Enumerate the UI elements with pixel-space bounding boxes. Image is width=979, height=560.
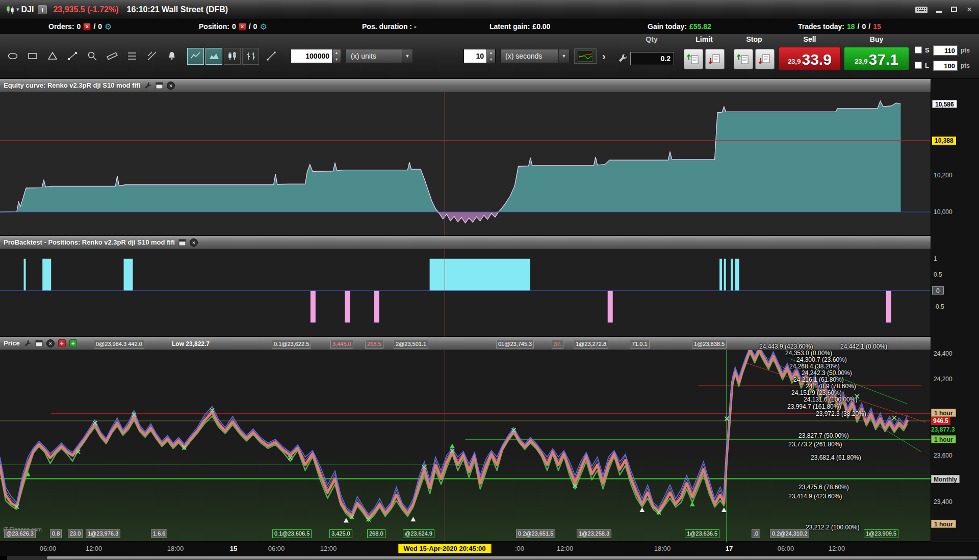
chart-preview-button[interactable] bbox=[574, 48, 597, 64]
axis-label: 946.5 bbox=[931, 417, 950, 425]
minimize-button[interactable] bbox=[934, 6, 943, 13]
orders-sep: / bbox=[93, 22, 95, 31]
positions-window-icon[interactable] bbox=[178, 239, 186, 246]
order-quantity-input[interactable] bbox=[630, 52, 674, 65]
cursor-date-label: Wed 15-Apr-2020 20:45:00 bbox=[398, 544, 492, 553]
rectangle-tool-icon[interactable] bbox=[25, 48, 40, 64]
price-settings-wrench-icon[interactable] bbox=[23, 339, 32, 348]
price-chart-area[interactable] bbox=[0, 350, 931, 541]
maximize-button[interactable] bbox=[949, 7, 959, 12]
interval-input[interactable] bbox=[464, 49, 486, 63]
trendline-tool-icon[interactable] bbox=[65, 48, 80, 64]
trades-today-group: Trades today: 18 / 0 / 15 bbox=[798, 19, 881, 34]
position-settings-icon[interactable]: ⚙ bbox=[260, 22, 267, 32]
cancel-orders-icon[interactable]: × bbox=[83, 23, 91, 31]
price-panel-header: Price × + + bbox=[0, 337, 931, 350]
line-chart-style-button[interactable] bbox=[187, 48, 204, 65]
spin-up-icon[interactable]: ▲ bbox=[487, 49, 495, 56]
timeframe-dropdown[interactable]: (x) seconds ▼ bbox=[500, 49, 570, 63]
axis-label: 10,200 bbox=[934, 171, 952, 179]
fibonacci-tool-icon[interactable] bbox=[124, 48, 140, 64]
scrollbar-thumb[interactable] bbox=[47, 556, 977, 559]
positions-chart-area[interactable] bbox=[0, 249, 931, 336]
equity-settings-wrench-icon[interactable] bbox=[144, 82, 152, 90]
triangle-tool-icon[interactable] bbox=[45, 48, 60, 64]
alert-bell-icon[interactable] bbox=[164, 48, 179, 64]
stop-checkbox[interactable] bbox=[915, 46, 922, 54]
price-close-icon[interactable]: × bbox=[46, 339, 55, 348]
equity-chart-area[interactable] bbox=[0, 92, 931, 235]
axis-label: 10,586 bbox=[932, 100, 957, 108]
zoom-tool-icon[interactable] bbox=[85, 48, 100, 64]
time-tick: 12:00 bbox=[829, 545, 845, 552]
instrument-chart-icon bbox=[5, 5, 15, 15]
ruler-tool-icon[interactable] bbox=[105, 48, 120, 64]
latent-gain-value: £0.00 bbox=[532, 22, 550, 31]
pos-duration-group: Pos. duration : - bbox=[362, 19, 417, 34]
stop-points-unit: pts bbox=[961, 47, 970, 54]
quantity-spinner[interactable]: ▲▼ bbox=[332, 49, 341, 63]
price-window-icon[interactable] bbox=[35, 340, 43, 347]
limit-points-input[interactable] bbox=[933, 61, 958, 71]
orders-settings-icon[interactable]: ⚙ bbox=[105, 22, 112, 32]
add-buy-order-icon[interactable]: + bbox=[69, 339, 77, 347]
horizontal-scrollbar[interactable] bbox=[0, 556, 979, 560]
segment-tool-icon[interactable] bbox=[264, 48, 279, 64]
sell-header: Sell bbox=[779, 35, 841, 44]
price-axis-gutter[interactable]: 10,58610,38810,20010,00010.50-0.524,4002… bbox=[931, 79, 979, 542]
candlestick-style-button[interactable] bbox=[224, 48, 241, 65]
time-tick: 18:00 bbox=[654, 545, 671, 552]
positions-close-icon[interactable]: × bbox=[190, 238, 198, 247]
units-dropdown-arrow-icon[interactable]: ▼ bbox=[402, 49, 413, 63]
trades-sep2: / bbox=[868, 22, 870, 31]
timeframe-dropdown-arrow-icon[interactable]: ▼ bbox=[558, 49, 569, 63]
stop-header: Stop bbox=[734, 35, 775, 44]
stop-buy-button[interactable] bbox=[734, 49, 753, 69]
orders-count2: 0 bbox=[98, 22, 102, 31]
keyboard-icon[interactable] bbox=[915, 5, 928, 14]
instrument-dropdown-icon[interactable]: ▾ bbox=[16, 6, 19, 13]
crossline-tool-icon[interactable] bbox=[144, 48, 160, 64]
time-axis[interactable]: 06:0012:0018:001506:0012:00:0012:0018:00… bbox=[0, 542, 979, 556]
limit-checkbox[interactable] bbox=[915, 62, 922, 69]
stop-letter: S bbox=[925, 46, 930, 54]
spin-down-icon[interactable]: ▼ bbox=[487, 56, 495, 63]
quantity-input[interactable] bbox=[291, 49, 332, 63]
axis-label: 10,388 bbox=[932, 137, 956, 145]
stop-points-input[interactable] bbox=[933, 45, 958, 56]
time-tick: 15 bbox=[230, 545, 237, 552]
close-button[interactable]: × bbox=[965, 5, 974, 14]
spin-down-icon[interactable]: ▼ bbox=[332, 56, 341, 63]
buy-button[interactable]: 23,9 37.1 bbox=[844, 47, 909, 70]
axis-label: -0.5 bbox=[934, 303, 944, 311]
order-settings-wrench-icon[interactable] bbox=[617, 53, 628, 63]
sell-button[interactable]: 23,9 33.9 bbox=[779, 47, 841, 70]
positions-panel-header: ProBacktest - Positions: Renko v2.3pR dj… bbox=[0, 236, 931, 249]
time-tick: 12:00 bbox=[557, 545, 574, 552]
limit-buy-button[interactable] bbox=[684, 49, 703, 69]
gain-today-group: Gain today: £55.82 bbox=[648, 19, 711, 34]
position-label: Position: bbox=[199, 22, 229, 31]
axis-label: 1 hour bbox=[931, 520, 956, 528]
close-position-icon[interactable]: × bbox=[239, 23, 246, 31]
sell-price-prefix: 23,9 bbox=[788, 58, 801, 67]
time-tick: 12:00 bbox=[86, 545, 102, 552]
equity-window-icon[interactable] bbox=[156, 82, 163, 89]
units-dropdown[interactable]: (x) units ▼ bbox=[346, 49, 413, 63]
ellipse-tool-icon[interactable] bbox=[5, 48, 20, 64]
time-tick: 17 bbox=[726, 545, 733, 552]
gain-today-value: £55.82 bbox=[689, 22, 711, 31]
stop-sell-button[interactable] bbox=[755, 49, 775, 69]
buy-price: 37.1 bbox=[868, 52, 898, 67]
limit-sell-button[interactable] bbox=[705, 49, 725, 69]
barchart-style-button[interactable] bbox=[242, 48, 259, 65]
position-sep: / bbox=[249, 22, 251, 31]
mountain-chart-style-button[interactable] bbox=[205, 48, 222, 65]
more-tools-icon[interactable]: › bbox=[602, 50, 606, 62]
spin-up-icon[interactable]: ▲ bbox=[332, 49, 341, 56]
instrument-symbol: DJI bbox=[21, 5, 34, 14]
info-icon[interactable]: i bbox=[38, 5, 47, 14]
equity-close-icon[interactable]: × bbox=[167, 82, 175, 90]
interval-spinner[interactable]: ▲▼ bbox=[486, 49, 495, 63]
add-sell-order-icon[interactable]: + bbox=[58, 339, 66, 347]
